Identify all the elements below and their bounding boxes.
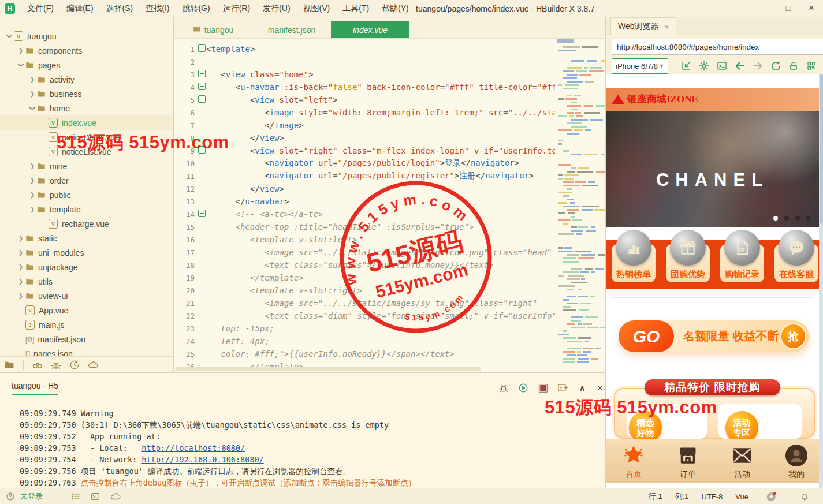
line-number[interactable]: 19 bbox=[174, 274, 197, 282]
menu-运行(R)[interactable]: 运行(R) bbox=[223, 3, 250, 14]
tab-首页[interactable]: 首页 bbox=[613, 443, 654, 480]
tab-活动[interactable]: 活动 bbox=[722, 443, 762, 480]
carousel-dot[interactable] bbox=[795, 216, 800, 221]
menu-工具(T)[interactable]: 工具(T) bbox=[342, 3, 369, 14]
menu-发行(U)[interactable]: 发行(U) bbox=[263, 3, 290, 14]
tree-item-order[interactable]: ❯order bbox=[0, 173, 173, 188]
carousel-banner[interactable]: CHANEL bbox=[606, 111, 819, 227]
console-tab[interactable]: tuangou - H5 bbox=[12, 381, 58, 395]
history-icon[interactable] bbox=[68, 359, 81, 371]
fold-marker-icon[interactable] bbox=[197, 44, 206, 54]
menu-视图(V)[interactable]: 视图(V) bbox=[303, 3, 330, 14]
fold-marker-icon[interactable] bbox=[197, 70, 206, 79]
tree-item-mine[interactable]: ❯mine bbox=[0, 159, 173, 173]
menu-帮助(Y)[interactable]: 帮助(Y) bbox=[382, 3, 409, 14]
new-terminal-icon[interactable] bbox=[557, 382, 568, 394]
tree-item-utils[interactable]: ❯utils bbox=[0, 274, 173, 289]
qrcode-icon[interactable] bbox=[803, 59, 820, 72]
minimap[interactable] bbox=[556, 38, 605, 372]
refresh-icon[interactable] bbox=[768, 59, 784, 72]
line-number[interactable]: 22 bbox=[174, 312, 197, 320]
line-number[interactable]: 20 bbox=[174, 286, 197, 295]
folder-icon[interactable] bbox=[2, 359, 16, 371]
tree-item-manifest.json[interactable]: [⚙]manifest.json bbox=[0, 332, 173, 346]
binoculars-icon[interactable] bbox=[31, 359, 44, 371]
settings-icon[interactable] bbox=[696, 59, 712, 72]
log-link[interactable]: http://192.168.0.106:8080/ bbox=[141, 455, 263, 464]
go-promo-banner[interactable]: GO 名额限量 收益不断 抢 bbox=[619, 320, 809, 352]
minimap-thumb[interactable] bbox=[557, 39, 574, 43]
console-icon[interactable] bbox=[714, 59, 730, 72]
line-number[interactable]: 6 bbox=[174, 109, 197, 117]
line-number[interactable]: 4 bbox=[174, 83, 197, 92]
user-icon[interactable] bbox=[6, 492, 15, 501]
line-number[interactable]: 21 bbox=[174, 299, 197, 308]
tree-item-unpackage[interactable]: ❯unpackage bbox=[0, 260, 173, 274]
line-number[interactable]: 17 bbox=[174, 248, 197, 257]
browser-tab[interactable]: Web浏览器 × bbox=[610, 17, 676, 35]
tree-item-public[interactable]: ❯public bbox=[0, 188, 173, 202]
carousel-dot[interactable] bbox=[784, 216, 789, 221]
editor-tab-manifest.json[interactable]: manifest.json bbox=[252, 21, 331, 38]
close-button[interactable]: × bbox=[800, 0, 823, 17]
line-number[interactable]: 5 bbox=[174, 96, 197, 104]
grab-button[interactable]: 抢 bbox=[780, 323, 806, 349]
back-icon[interactable] bbox=[732, 59, 748, 72]
preview-scrollbar[interactable] bbox=[819, 74, 823, 488]
line-number[interactable]: 13 bbox=[174, 197, 197, 206]
tree-item-activity[interactable]: ❯activity bbox=[0, 72, 173, 87]
outline-icon[interactable] bbox=[71, 492, 80, 501]
menu-跳转(G)[interactable]: 跳转(G) bbox=[182, 3, 210, 14]
unlock-icon[interactable] bbox=[785, 59, 802, 72]
fold-marker-icon[interactable] bbox=[197, 83, 206, 92]
tab-我的[interactable]: 我的 bbox=[776, 443, 817, 480]
line-number[interactable]: 1 bbox=[174, 45, 197, 54]
line-number[interactable]: 2 bbox=[174, 58, 197, 66]
run-icon[interactable] bbox=[517, 382, 529, 394]
encoding[interactable]: UTF-8 bbox=[702, 492, 723, 501]
line-number[interactable]: 23 bbox=[174, 324, 197, 333]
log-link[interactable]: http://localhost:8080/ bbox=[141, 443, 245, 453]
tree-item-uni_modules[interactable]: ❯uni_modules bbox=[0, 245, 173, 260]
maximize-button[interactable]: □ bbox=[777, 0, 800, 17]
tree-item-components[interactable]: ❯components bbox=[0, 43, 173, 58]
login-status[interactable]: 未登录 bbox=[20, 491, 43, 502]
filetype[interactable]: Vue bbox=[735, 492, 748, 501]
tree-item-business[interactable]: ❯business bbox=[0, 87, 173, 101]
line-number[interactable]: 10 bbox=[174, 159, 197, 168]
bug-icon[interactable] bbox=[49, 359, 63, 371]
menu-选择(S)[interactable]: 选择(S) bbox=[106, 3, 133, 14]
line-number[interactable]: 11 bbox=[174, 172, 197, 181]
bell-icon[interactable] bbox=[800, 492, 810, 502]
editor-tab-tuangou[interactable]: tuangou bbox=[174, 21, 252, 38]
cloud-icon[interactable] bbox=[110, 491, 121, 502]
tree-item-home[interactable]: ❯home bbox=[0, 101, 173, 115]
tree-item-main.js[interactable]: Jmain.js bbox=[0, 318, 173, 332]
collapse-icon[interactable]: ∧ bbox=[576, 382, 588, 394]
line-number[interactable]: 25 bbox=[174, 350, 197, 359]
url-input[interactable]: http://localhost:8080/#/pages/home/index bbox=[612, 39, 823, 55]
update-icon[interactable] bbox=[766, 491, 777, 502]
tree-item-template[interactable]: ❯template bbox=[0, 202, 173, 216]
tree-item-index.vue[interactable]: Vindex.vue bbox=[0, 115, 173, 130]
tab-close-icon[interactable]: × bbox=[665, 23, 669, 31]
carousel-dot[interactable] bbox=[773, 216, 778, 221]
tree-item-pages[interactable]: ❯pages bbox=[0, 58, 173, 72]
carousel-dot[interactable] bbox=[806, 216, 811, 221]
tree-item-uview-ui[interactable]: ❯uview-ui bbox=[0, 289, 173, 303]
horizontal-scrollbar[interactable] bbox=[175, 367, 481, 371]
line-number[interactable]: 16 bbox=[174, 236, 197, 244]
line-number[interactable]: 24 bbox=[174, 337, 197, 346]
line-number[interactable]: 18 bbox=[174, 261, 197, 270]
line-number[interactable]: 15 bbox=[174, 223, 197, 232]
menu-查找(I)[interactable]: 查找(I) bbox=[146, 3, 169, 14]
cloud-icon[interactable] bbox=[86, 359, 100, 371]
tree-item-tuangou[interactable]: ❯utuangou bbox=[0, 29, 173, 43]
menu-文件(F)[interactable]: 文件(F) bbox=[27, 3, 54, 14]
debug-bug-icon[interactable] bbox=[498, 382, 509, 394]
line-number[interactable]: 12 bbox=[174, 185, 197, 193]
fold-marker-icon[interactable] bbox=[197, 210, 206, 219]
open-external-icon[interactable] bbox=[678, 59, 694, 72]
line-number[interactable]: 14 bbox=[174, 210, 197, 219]
forward-icon[interactable] bbox=[750, 59, 766, 72]
